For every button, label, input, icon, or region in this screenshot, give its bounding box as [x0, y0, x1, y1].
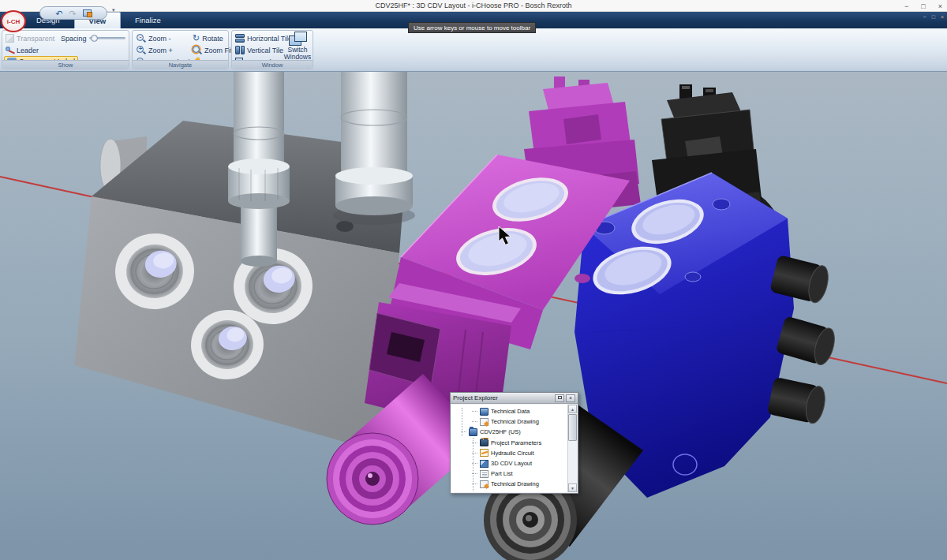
technical-drawing-icon: [480, 418, 488, 426]
zoom-out-button[interactable]: - Zoom -: [137, 33, 171, 43]
window-icon[interactable]: [83, 9, 92, 17]
zoom-out-icon: -: [137, 34, 146, 43]
transparent-button: Transparent: [6, 33, 54, 43]
zoom-fit-button[interactable]: Zoom Fit: [193, 45, 233, 55]
show-group-caption: Show: [2, 60, 129, 69]
zoom-in-icon: +: [137, 46, 146, 55]
zoom-fit-icon: [193, 46, 202, 55]
window-title: CDV25HF* : 3D CDV Layout - i-CHoose PRO …: [375, 2, 571, 9]
technical-data-icon: [480, 408, 488, 416]
close-icon[interactable]: ×: [938, 2, 942, 10]
maximize-icon[interactable]: □: [921, 2, 925, 10]
spacing-slider[interactable]: [89, 37, 125, 39]
ribbon: Transparent Spacing Leader Component Lab…: [0, 28, 947, 72]
toolbar-tooltip: Use arrow keys or mouse to move toolbar: [408, 22, 536, 33]
navigate-group: - Zoom - + Zoom + ▪ Zoom Selection ↻ Rot…: [132, 30, 229, 69]
project-explorer-panel: Project Explorer × Technical Data Techni…: [450, 392, 578, 494]
part-list-icon: [480, 470, 488, 478]
qat-dropdown-icon[interactable]: ▾: [112, 7, 115, 13]
scroll-down-icon[interactable]: ▼: [568, 483, 577, 492]
tree-item-project-parameters[interactable]: Project Parameters: [453, 438, 567, 448]
scroll-up-icon[interactable]: ▲: [568, 405, 577, 413]
tree-item-technical-drawing-2[interactable]: Technical Drawing: [453, 479, 567, 489]
tree-item-technical-data[interactable]: Technical Data: [453, 406, 567, 416]
hydraulic-circuit-icon: [480, 449, 488, 457]
spacing-control: Spacing: [61, 33, 125, 43]
panel-restore-button[interactable]: [555, 394, 564, 402]
tree-item-3d-cdv-layout[interactable]: 3D CDV Layout: [453, 458, 567, 469]
spacing-slider-thumb[interactable]: [91, 35, 98, 42]
switch-windows-icon: [289, 32, 306, 46]
scrollbar-thumb[interactable]: [568, 414, 577, 441]
panel-close-button[interactable]: ×: [566, 394, 575, 402]
navigate-group-caption: Navigate: [133, 60, 228, 69]
inner-maximize-icon[interactable]: □: [932, 14, 935, 20]
tree-item-part-list[interactable]: Part List: [453, 469, 567, 479]
app-logo[interactable]: i-CH: [1, 10, 26, 32]
leader-button[interactable]: Leader: [6, 45, 39, 55]
tree-item-project-root[interactable]: CDV25HF (US): [453, 427, 567, 437]
window-controls: − □ ×: [904, 0, 942, 12]
application-window: CDV25HF* : 3D CDV Layout - i-CHoose PRO …: [0, 0, 947, 560]
minimize-icon[interactable]: −: [904, 2, 908, 10]
tab-finalize[interactable]: Finalize: [121, 12, 175, 28]
folder-icon: [469, 428, 477, 436]
redo-icon[interactable]: ↷: [69, 9, 77, 17]
window-group: Horizontal Tile Vertical Tile Cascade Sw…: [231, 30, 313, 69]
chrome-fitting-right[interactable]: [333, 72, 415, 225]
inner-close-icon[interactable]: ×: [941, 14, 944, 20]
project-explorer-body: Technical Data Technical Drawing CDV25HF…: [451, 405, 577, 492]
restore-icon: [558, 396, 562, 399]
horizontal-tile-icon: [235, 34, 245, 43]
undo-icon[interactable]: ↶: [55, 9, 62, 17]
3d-layout-icon: [480, 460, 488, 468]
tree-item-technical-drawing-1[interactable]: Technical Drawing: [453, 416, 567, 427]
project-tree: Technical Data Technical Drawing CDV25HF…: [453, 406, 567, 492]
project-explorer-titlebar[interactable]: Project Explorer ×: [451, 393, 578, 404]
inner-minimize-icon[interactable]: −: [923, 14, 926, 20]
vertical-tile-button[interactable]: Vertical Tile: [235, 45, 283, 55]
transparent-icon: [6, 34, 14, 43]
project-parameters-icon: [480, 439, 488, 446]
explorer-scrollbar[interactable]: ▲ ▼: [567, 405, 577, 492]
tree-item-hydraulic-circuit[interactable]: Hydraulic Circuit: [453, 448, 567, 458]
window-group-caption: Window: [232, 60, 313, 69]
spacing-label: Spacing: [61, 35, 87, 43]
title-bar: CDV25HF* : 3D CDV Layout - i-CHoose PRO …: [0, 0, 947, 12]
vertical-tile-icon: [235, 46, 245, 54]
leader-icon: [6, 46, 14, 54]
rotate-button[interactable]: ↻ Rotate: [193, 33, 223, 43]
project-explorer-title: Project Explorer: [453, 394, 553, 401]
show-group: Transparent Spacing Leader Component Lab…: [2, 30, 129, 69]
zoom-in-button[interactable]: + Zoom +: [137, 45, 173, 55]
quick-access-toolbar: ↶ ↷: [39, 6, 107, 20]
rotate-icon: ↻: [193, 34, 200, 43]
technical-drawing-icon: [480, 480, 488, 488]
inner-window-controls: − □ ×: [923, 14, 944, 20]
